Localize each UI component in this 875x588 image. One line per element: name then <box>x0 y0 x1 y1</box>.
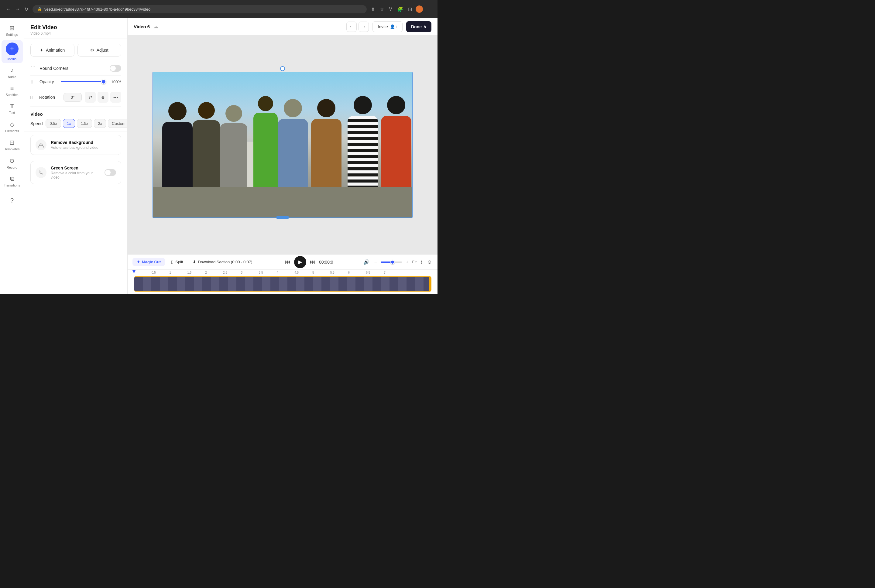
timeline-next-button[interactable]: ⏭ <box>310 259 315 265</box>
back-button[interactable]: ← <box>5 5 12 13</box>
zoom-out-button[interactable]: − <box>373 258 378 266</box>
speed-1x-button[interactable]: 1x <box>63 119 75 128</box>
extensions-icon[interactable]: 🧩 <box>396 5 404 14</box>
sidebar-item-elements[interactable]: ◇ Elements <box>2 118 23 135</box>
volume-button[interactable]: 🔊 <box>362 258 371 266</box>
profile-icon[interactable] <box>416 6 423 13</box>
ruler-mark-5.5: 5.5 <box>330 271 335 274</box>
lock-icon: 🔒 <box>38 7 42 11</box>
bookmark-icon[interactable]: ☆ <box>378 5 385 14</box>
magic-cut-icon: ✦ <box>137 260 140 264</box>
record-label: Record <box>7 165 17 169</box>
canvas-area <box>128 35 437 254</box>
play-button[interactable]: ▶ <box>294 256 306 268</box>
remove-bg-icon <box>36 140 47 150</box>
round-corners-row: ⌒ Round Corners <box>30 62 121 76</box>
templates-icon: ⊡ <box>9 139 15 146</box>
menu-icon[interactable]: ⋮ <box>425 5 433 14</box>
sidebar-item-subtitles[interactable]: ≡ Subtitles <box>2 82 23 99</box>
sidebar-item-transitions[interactable]: ⧉ Transitions <box>2 173 23 189</box>
ruler-mark-4.5: 4.5 <box>294 271 299 274</box>
project-title: Video 6 <box>134 24 150 29</box>
split-icon: ⌷ <box>171 260 174 264</box>
speed-custom-button[interactable]: Custom <box>108 119 128 128</box>
undo-button[interactable]: ← <box>346 22 357 32</box>
magic-cut-button[interactable]: ✦ Magic Cut <box>132 258 165 266</box>
round-corners-toggle[interactable] <box>110 65 121 72</box>
opacity-slider-thumb <box>101 79 106 84</box>
adjust-button[interactable]: ⚙ Adjust <box>78 44 122 57</box>
speed-label: Speed <box>30 121 42 126</box>
rotate-handle[interactable] <box>280 66 285 71</box>
green-screen-title: Green Screen <box>51 165 100 170</box>
ruler-mark-1.5: 1.5 <box>187 271 191 274</box>
sidebar-item-help[interactable]: ? <box>2 195 23 207</box>
waveform-button[interactable]: ⌇ <box>419 258 424 266</box>
redo-button[interactable]: → <box>359 22 369 32</box>
sidebar-item-templates[interactable]: ⊡ Templates <box>2 136 23 153</box>
add-media-button[interactable]: + <box>6 42 18 55</box>
opacity-slider[interactable] <box>61 81 106 82</box>
zoom-slider-thumb <box>390 260 395 264</box>
timeline-track[interactable] <box>134 276 431 292</box>
more-rotation-button[interactable]: ••• <box>110 92 121 103</box>
url-text: veed.io/edit/a8de337d-4f87-4361-807b-a4d… <box>44 7 362 12</box>
rotation-input[interactable] <box>63 93 82 102</box>
zoom-slider[interactable] <box>381 261 402 263</box>
flip-horizontal-button[interactable]: ⇄ <box>85 92 96 103</box>
download-section-label: Download Section (0:00 - 0:07) <box>198 260 252 264</box>
subtitles-label: Subtitles <box>6 93 18 97</box>
green-screen-toggle[interactable] <box>105 169 116 176</box>
transitions-icon: ⧉ <box>10 175 14 182</box>
speed-1.5x-button[interactable]: 1.5x <box>77 119 92 128</box>
done-label: Done <box>411 24 422 29</box>
ruler-marks-container: 0.5 1 1.5 2 2.5 3 3.5 4 4.5 5 5.5 6 6.5 … <box>134 271 431 276</box>
round-corners-icon: ⌒ <box>30 65 36 72</box>
zoom-in-button[interactable]: + <box>404 258 410 266</box>
sidebar-item-settings[interactable]: ⊞ Settings <box>2 22 23 39</box>
audio-icon: ♪ <box>11 67 14 74</box>
vivaldi-icon[interactable]: V <box>388 5 393 13</box>
timeline-end-handle[interactable] <box>429 276 431 292</box>
magic-cut-label: Magic Cut <box>142 260 161 264</box>
timeline-settings-button[interactable]: ⊙ <box>426 258 433 266</box>
ruler-mark-2.5: 2.5 <box>223 271 227 274</box>
address-bar[interactable]: 🔒 veed.io/edit/a8de337d-4f87-4361-807b-a… <box>33 5 367 14</box>
sidebar-item-record[interactable]: ⊙ Record <box>2 154 23 172</box>
split-button[interactable]: ⌷ Split <box>167 258 186 266</box>
opacity-value: 100% <box>109 80 121 84</box>
remove-background-card[interactable]: Remove Background Auto-erase background … <box>30 135 121 155</box>
speed-0.5x-button[interactable]: 0.5x <box>46 119 61 128</box>
animation-icon: ✦ <box>40 48 44 52</box>
resize-handle[interactable] <box>276 216 289 219</box>
ruler-mark-4: 4 <box>276 271 278 274</box>
adjust-icon: ⚙ <box>90 48 94 52</box>
refresh-button[interactable]: ↻ <box>23 5 30 14</box>
split-view-icon[interactable]: ⊡ <box>407 5 413 14</box>
sidebar-item-audio[interactable]: ♪ Audio <box>2 64 23 81</box>
animation-button[interactable]: ✦ Animation <box>30 44 74 57</box>
sidebar-icons: ⊞ Settings + Media ♪ Audio ≡ Subtitles T… <box>0 18 24 294</box>
action-buttons: ✦ Animation ⚙ Adjust <box>24 39 127 62</box>
sidebar-item-text[interactable]: T Text <box>2 100 23 117</box>
rotation-icon: ⌻ <box>30 95 36 100</box>
ruler-mark-6: 6 <box>348 271 350 274</box>
sidebar-divider <box>6 192 18 192</box>
sidebar-item-media[interactable]: + Media <box>2 40 23 63</box>
forward-button[interactable]: → <box>14 5 21 13</box>
templates-label: Templates <box>4 147 20 151</box>
share-icon[interactable]: ⬆ <box>370 5 376 14</box>
ruler-mark-3.5: 3.5 <box>259 271 263 274</box>
green-screen-desc: Remove a color from your video <box>51 171 100 180</box>
remove-bg-desc: Auto-erase background video <box>51 146 116 150</box>
green-screen-card[interactable]: Green Screen Remove a color from your vi… <box>30 161 121 184</box>
speed-2x-button[interactable]: 2x <box>94 119 106 128</box>
split-label: Split <box>175 260 183 264</box>
timeline-prev-button[interactable]: ⏮ <box>285 259 290 265</box>
done-button[interactable]: Done ∨ <box>406 21 431 32</box>
download-section-button[interactable]: ⬇ Download Section (0:00 - 0:07) <box>189 258 256 266</box>
timeline-right: 🔊 − + Fit ⌇ ⊙ <box>362 258 433 266</box>
invite-button[interactable]: Invite 👤+ <box>372 21 402 32</box>
flip-vertical-button[interactable]: ☻ <box>98 92 108 103</box>
timeline-center: ⏮ ▶ ⏭ 00:00:0 <box>258 256 360 268</box>
